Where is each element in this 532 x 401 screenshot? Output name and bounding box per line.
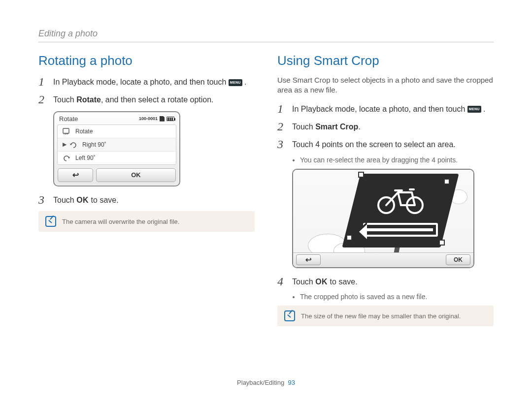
step-text: Touch 4 points on the screen to select a… (292, 138, 494, 150)
intro-text: Use Smart Crop to select objects in a ph… (277, 75, 494, 95)
ok-button[interactable]: OK (96, 168, 176, 182)
step-text: Touch OK to save. (53, 193, 255, 206)
option-label: Right 90˚ (82, 141, 106, 148)
rotate-left-icon (63, 154, 70, 161)
dialog-footer: ↩ OK (54, 165, 179, 185)
option-right-90[interactable]: ▶ Right 90˚ (58, 138, 176, 152)
step-1: 1 In Playback mode, locate a photo, and … (38, 75, 255, 88)
step-text: Touch OK to save. (292, 275, 494, 287)
step-text-post: , and then select a rotate option. (101, 95, 214, 104)
bicycle-icon (373, 185, 428, 214)
rotating-steps-cont: 3 Touch OK to save. (38, 193, 255, 206)
note-check-icon (45, 216, 56, 227)
step-number: 4 (277, 275, 286, 288)
note-box: The camera will overwrite the original f… (38, 211, 255, 232)
right-column: Using Smart Crop Use Smart Crop to selec… (277, 53, 494, 326)
crop-handle[interactable] (444, 179, 450, 185)
left-arrow-icon (363, 223, 438, 237)
crop-handle[interactable] (358, 172, 364, 178)
menu-icon: MENU (467, 106, 481, 113)
step-text-pre: Touch (53, 95, 76, 104)
smartcrop-steps: 1 In Playback mode, locate a photo, and … (277, 102, 494, 151)
rotate-dialog: Rotate 100-0001 OFF Rotate (53, 111, 180, 186)
footer-section: Playback/Editing (237, 379, 284, 386)
step-bold: Smart Crop (315, 123, 358, 131)
option-label: Left 90˚ (75, 154, 96, 161)
step-2: 2 Touch Smart Crop. (277, 120, 494, 133)
step-text-pre: Touch (292, 123, 315, 131)
crop-preview: ↩ OK (292, 169, 474, 268)
note-check-icon (284, 310, 295, 321)
option-left-90[interactable]: Left 90˚ (58, 152, 176, 164)
step-text-pre: In Playback mode, locate a photo, and th… (53, 78, 229, 86)
step-3: 3 Touch OK to save. (38, 193, 255, 206)
note-text: The camera will overwrite the original f… (62, 218, 179, 225)
selected-caret-icon: ▶ (63, 141, 66, 148)
step-number: 3 (38, 193, 47, 206)
note-text: The size of the new file may be smaller … (301, 312, 461, 320)
smartcrop-steps-cont: 4 Touch OK to save. (277, 275, 494, 288)
step-text-pre: Touch (292, 278, 315, 286)
preview-footer: ↩ OK (293, 252, 473, 267)
page-footer: Playback/Editing 93 (0, 379, 532, 386)
left-column: Rotating a photo 1 In Playback mode, loc… (38, 53, 255, 326)
section-heading-smartcrop: Using Smart Crop (277, 53, 494, 68)
step-text: Touch Rotate, and then select a rotate o… (53, 93, 255, 105)
footer-page-number: 93 (288, 379, 295, 386)
step-4-sub: The cropped photo is saved as a new file… (300, 293, 494, 301)
dialog-header: Rotate 100-0001 (54, 112, 179, 124)
step-number: 2 (277, 120, 286, 133)
step-bold: Rotate (76, 95, 101, 104)
step-number: 3 (277, 138, 286, 151)
rotate-off-icon: OFF (63, 128, 70, 135)
option-label: Rotate (75, 128, 93, 135)
step-number: 1 (277, 102, 286, 115)
step-3: 3 Touch 4 points on the screen to select… (277, 138, 494, 151)
step-number: 2 (38, 93, 47, 106)
svg-text:OFF: OFF (64, 132, 68, 135)
ok-icon: OK (76, 196, 89, 204)
dialog-title: Rotate (59, 115, 78, 123)
rotate-right-icon (69, 141, 77, 148)
columns: Rotating a photo 1 In Playback mode, loc… (38, 53, 494, 326)
step-3-sub: You can re-select the area by dragging t… (300, 156, 494, 164)
dialog-status: 100-0001 (139, 116, 174, 122)
sd-card-icon (160, 116, 165, 122)
step-text-pre: In Playback mode, locate a photo, and th… (292, 105, 467, 113)
step-text: Touch Smart Crop. (292, 120, 494, 132)
ok-icon: OK (315, 278, 328, 286)
step-2: 2 Touch Rotate, and then select a rotate… (38, 93, 255, 106)
ok-button[interactable]: OK (446, 254, 470, 265)
back-button[interactable]: ↩ (58, 168, 93, 182)
step-text-post: to save. (89, 196, 118, 204)
step-text-pre: Touch (53, 196, 76, 204)
crop-handle[interactable] (346, 235, 352, 241)
dialog-options: OFF Rotate ▶ Right 90˚ (57, 124, 176, 165)
step-text: In Playback mode, locate a photo, and th… (53, 75, 255, 88)
sub-bullet-item: The cropped photo is saved as a new file… (300, 293, 494, 301)
sub-bullet-item: You can re-select the area by dragging t… (300, 156, 494, 164)
crop-handle[interactable] (439, 240, 445, 246)
menu-icon: MENU (229, 79, 242, 86)
step-text-post: . (358, 123, 360, 131)
file-number: 100-0001 (139, 116, 158, 121)
sign (351, 174, 450, 247)
back-button[interactable]: ↩ (296, 254, 321, 265)
step-1: 1 In Playback mode, locate a photo, and … (277, 102, 494, 115)
step-text-post: to save. (328, 278, 357, 286)
breadcrumb: Editing a photo (38, 29, 494, 42)
rotating-steps: 1 In Playback mode, locate a photo, and … (38, 75, 255, 106)
step-number: 1 (38, 75, 47, 88)
step-text: In Playback mode, locate a photo, and th… (292, 102, 494, 115)
option-rotate[interactable]: OFF Rotate (58, 125, 176, 138)
section-heading-rotating: Rotating a photo (38, 53, 255, 68)
step-text-post: . (483, 105, 485, 113)
step-text-post: . (244, 78, 246, 86)
note-box: The size of the new file may be smaller … (277, 306, 494, 326)
battery-icon (166, 117, 174, 121)
step-4: 4 Touch OK to save. (277, 275, 494, 288)
manual-page: Editing a photo Rotating a photo 1 In Pl… (0, 0, 532, 401)
